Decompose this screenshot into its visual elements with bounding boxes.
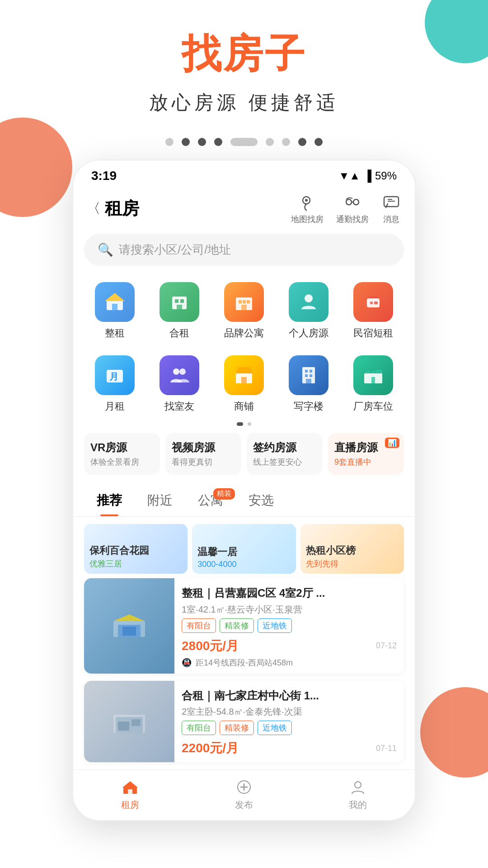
mine-icon [348, 777, 368, 797]
svg-rect-20 [374, 302, 378, 304]
back-button[interactable]: 〈 [87, 199, 100, 218]
svg-point-19 [370, 302, 373, 304]
nav-bar: 〈 租房 地图找房 通勤找房 [73, 188, 415, 231]
promo-card-hot[interactable]: 热租小区榜 先到先得 [300, 524, 404, 574]
svg-point-1 [305, 199, 308, 202]
listing-1-tag-1: 精装修 [220, 618, 254, 633]
short-stay-label: 民宿短租 [353, 326, 393, 340]
bottom-nav-publish[interactable]: 发布 [234, 777, 254, 811]
listing-card-2[interactable]: 合租｜南七家庄村中心街 1... 2室主卧·54.8㎡·金泰先锋·次渠 有阳台 … [84, 681, 404, 763]
search-bar[interactable]: 🔍 请搜索小区/公司/地址 [84, 234, 404, 266]
bottom-nav-rent[interactable]: 租房 [120, 777, 140, 811]
monthly-icon: 月 [95, 355, 135, 395]
svg-rect-32 [306, 379, 311, 383]
svg-rect-36 [376, 370, 382, 373]
category-office[interactable]: 写字楼 [277, 350, 341, 419]
svg-rect-26 [241, 377, 247, 383]
dot-3 [198, 138, 206, 146]
tab-nearby[interactable]: 附近 [135, 485, 185, 516]
dot-8 [314, 138, 323, 146]
tab-recommend[interactable]: 推荐 [84, 485, 135, 516]
status-time: 3:19 [91, 169, 117, 183]
vr-title: VR房源 [90, 440, 154, 455]
bottom-nav: 租房 发布 我的 [73, 769, 415, 820]
svg-point-23 [173, 368, 179, 375]
wifi-icon: ▼▲ [338, 170, 360, 182]
svg-rect-13 [239, 300, 242, 303]
whole-rent-icon [95, 282, 135, 322]
tab-apartment[interactable]: 公寓 精装 [185, 485, 236, 516]
signed-subtitle: 线上签更安心 [253, 457, 316, 467]
vr-feature-card[interactable]: VR房源 体验全景看房 [84, 433, 160, 475]
svg-rect-40 [122, 627, 136, 636]
feature-cards: VR房源 体验全景看房 视频房源 看得更真切 签约房源 线上签更安心 📊 直播房… [73, 429, 415, 481]
signal-icon: ▐ [364, 170, 371, 182]
category-co-rent[interactable]: 合租 [147, 277, 211, 345]
bottom-nav-mine[interactable]: 我的 [348, 777, 368, 811]
publish-label: 发布 [235, 799, 253, 811]
category-personal[interactable]: 个人房源 [277, 277, 341, 345]
promo-baoli-sub: 优雅三居 [89, 558, 182, 569]
svg-rect-28 [305, 370, 308, 373]
video-feature-card[interactable]: 视频房源 看得更真切 [165, 433, 241, 475]
commute-search-button[interactable]: 通勤找房 [336, 192, 369, 225]
category-whole-rent[interactable]: 整租 [82, 277, 147, 345]
listing-1-img-bg [84, 578, 174, 674]
grid-dot-active [237, 422, 243, 426]
page-title: 找房子 [0, 27, 488, 81]
pagination-dots [0, 138, 488, 146]
page-header: 找房子 放心房源 便捷舒适 [0, 0, 488, 115]
dot-2 [182, 138, 190, 146]
live-badge: 📊 [385, 438, 399, 448]
tab-row: 推荐 附近 公寓 精装 安选 [73, 485, 415, 517]
listing-1-price-row: 2800元/月 07-12 [182, 637, 397, 655]
svg-rect-37 [371, 377, 375, 383]
whole-rent-label: 整租 [105, 326, 125, 340]
svg-rect-15 [247, 300, 250, 303]
listing-1-info: 整租｜吕营嘉园C区 4室2厅 ... 1室·42.1㎡·慈云寺小区·玉泉营 有阳… [174, 578, 404, 674]
promo-warm-sub: 3000-4000 [197, 560, 290, 569]
rent-label: 租房 [121, 799, 139, 811]
category-short-stay[interactable]: 民宿短租 [341, 277, 406, 345]
signed-title: 签约房源 [253, 440, 316, 455]
personal-label: 个人房源 [289, 326, 328, 340]
category-shop[interactable]: 商铺 [211, 350, 276, 419]
short-stay-icon [353, 282, 393, 322]
listing-card-1[interactable]: 整租｜吕营嘉园C区 4室2厅 ... 1室·42.1㎡·慈云寺小区·玉泉营 有阳… [84, 578, 404, 674]
listing-1-title: 整租｜吕营嘉园C区 4室2厅 ... [182, 585, 397, 601]
shop-label: 商铺 [234, 400, 254, 413]
category-brand-apt[interactable]: 品牌公寓 [211, 277, 276, 345]
svg-rect-31 [310, 374, 312, 377]
category-factory[interactable]: 厂房车位 [341, 350, 406, 419]
promo-card-warm[interactable]: 温馨一居 3000-4000 [192, 524, 296, 574]
message-icon [381, 192, 401, 212]
promo-hot-sub: 先到先得 [306, 558, 399, 569]
svg-marker-47 [122, 781, 138, 788]
svg-text:月: 月 [109, 372, 118, 382]
tab-selected[interactable]: 安选 [236, 485, 286, 516]
category-grid-row2: 月 月租 找室友 商铺 写字楼 [73, 345, 415, 419]
listing-1-tags: 有阳台 精装修 近地铁 [182, 618, 397, 633]
message-button[interactable]: 消息 [381, 192, 401, 225]
map-search-button[interactable]: 地图找房 [291, 192, 324, 225]
svg-rect-48 [128, 789, 132, 794]
listing-2-tags: 有阳台 精装修 近地铁 [182, 721, 397, 735]
factory-label: 厂房车位 [353, 400, 393, 413]
promo-card-baoli[interactable]: 保利百合花园 优雅三居 [84, 524, 188, 574]
bg-decoration-orange-top [0, 118, 72, 217]
status-bar: 3:19 ▼▲ ▐ 59% [73, 160, 415, 188]
listing-2-tag-2: 近地铁 [258, 721, 292, 735]
factory-icon [353, 355, 393, 395]
category-monthly[interactable]: 月 月租 [82, 350, 147, 419]
svg-rect-44 [118, 722, 129, 731]
signed-feature-card[interactable]: 签约房源 线上签更安心 [247, 433, 323, 475]
svg-rect-16 [241, 305, 247, 310]
battery-text: 59% [375, 170, 397, 182]
office-icon [289, 355, 328, 395]
svg-rect-9 [175, 299, 178, 303]
listing-1-metro: 🚇 距14号线西段-西局站458m [182, 657, 397, 668]
live-feature-card[interactable]: 📊 直播房源 9套直播中 [328, 433, 404, 475]
map-icon [297, 192, 317, 212]
category-roommate[interactable]: 找室友 [147, 350, 211, 419]
listing-2-info: 合租｜南七家庄村中心街 1... 2室主卧·54.8㎡·金泰先锋·次渠 有阳台 … [174, 681, 404, 763]
